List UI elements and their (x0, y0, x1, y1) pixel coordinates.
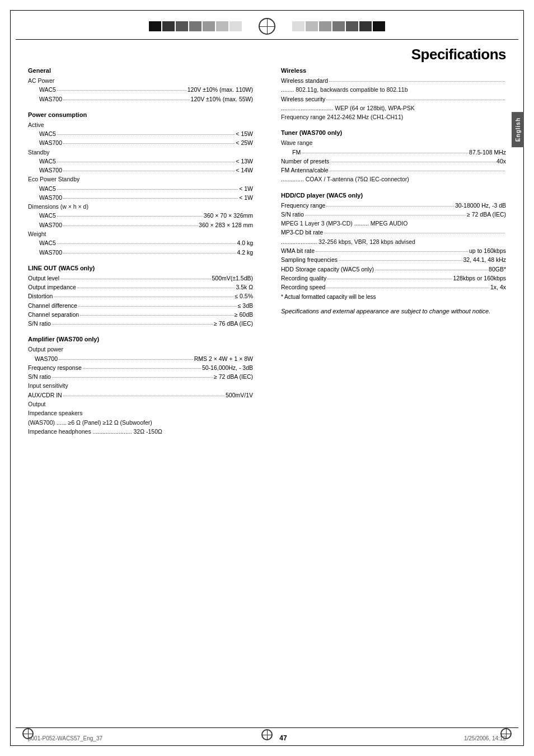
impedance-headphones-value: Impedance headphones ...................… (28, 427, 253, 436)
top-decoration (16, 16, 518, 37)
wireless-security-value: ................................ WEP (64… (281, 104, 506, 112)
spec-channel-diff: Channel difference ≤ 3dB (28, 301, 253, 310)
deco-seg (203, 21, 215, 31)
footnote: * Actual formatted capacity will be less (281, 294, 506, 300)
spec-output-impedance: Output impedance 3.5k Ω (28, 283, 253, 292)
dimensions-label: Dimensions (w × h × d) (28, 202, 253, 211)
spec-wireless-security: Wireless security (281, 95, 506, 104)
weight-label: Weight (28, 229, 253, 238)
border-top (10, 10, 524, 11)
spec-was700-dim: WAS700 360 × 283 × 128 mm (28, 220, 253, 229)
spec-was700-standby: WAS700 < 14W (28, 166, 253, 175)
deco-seg (319, 21, 331, 31)
output-label: Output (28, 400, 253, 408)
spec-sn-ratio-lineout: S/N ratio ≥ 76 dBA (IEC) (28, 319, 253, 328)
mp3-bitrate-value: ...................... 32-256 kbps, VBR,… (281, 237, 506, 246)
spec-distortion: Distortion ≤ 0.5% (28, 292, 253, 300)
section-power-title: Power consumption (28, 111, 253, 118)
italic-note: Specifications and external appearance a… (281, 307, 506, 316)
spec-sn-ratio-amp: S/N ratio ≥ 72 dBA (IEC) (28, 372, 253, 381)
content-area: General AC Power WAC5 120V ±10% (max. 11… (28, 67, 506, 722)
spec-was700-eco: WAS700 < 1W (28, 193, 253, 202)
deco-seg (306, 21, 318, 31)
section-lineout-title: LINE OUT (WAC5 only) (28, 265, 253, 271)
crosshair-icon (259, 18, 275, 35)
spec-hdd-storage: HDD Storage capacity (WAC5 only) 80GB* (281, 265, 506, 274)
deco-seg (332, 21, 345, 31)
footer-filename: p001-P052-WACS57_Eng_37 (28, 735, 102, 741)
spec-wac5-dim: WAC5 360 × 70 × 326mm (28, 211, 253, 220)
spec-wma-bitrate: WMA bit rate up to 160kbps (281, 246, 506, 255)
footer-date: 1/25/2006, 14:12 (464, 735, 506, 741)
deco-seg (176, 21, 188, 31)
left-column: General AC Power WAC5 120V ±10% (max. 11… (28, 67, 261, 722)
spec-rec-quality: Recording quality 128kbps or 160kbps (281, 274, 506, 283)
spec-was700-active: WAS700 < 25W (28, 138, 253, 147)
spec-freq-range-hdd: Frequency range 30-18000 Hz, -3 dB (281, 201, 506, 210)
border-bottom (10, 745, 524, 746)
english-tab: English (512, 112, 524, 147)
standby-label: Standby (28, 148, 253, 157)
deco-seg (229, 21, 242, 31)
top-rule (16, 39, 518, 40)
spec-wac5-power: WAC5 120V ±10% (max. 110W) (28, 85, 253, 94)
spec-aux-cdr: AUX/CDR IN 500mV/1V (28, 391, 253, 400)
deco-seg (346, 21, 358, 31)
spec-fm: FM 87.5-108 MHz (281, 148, 506, 157)
output-power-label: Output power (28, 345, 253, 354)
spec-wac5-active: WAC5 < 15W (28, 129, 253, 138)
wave-range-label: Wave range (281, 138, 506, 147)
page-number: 47 (279, 734, 287, 742)
deco-seg (216, 21, 228, 31)
deco-seg (373, 21, 385, 31)
active-label: Active (28, 120, 253, 129)
section-wireless-title: Wireless (281, 67, 506, 74)
spec-was700-rms: WAS700 RMS 2 × 4W + 1 × 8W (28, 354, 253, 363)
spec-freq-response: Frequency response 50-16,000Hz, - 3dB (28, 363, 253, 372)
spec-sn-hdd: S/N ratio ≥ 72 dBA (IEC) (281, 210, 506, 219)
impedance-speakers-label: Impedance speakers (28, 408, 253, 417)
deco-seg (149, 21, 161, 31)
deco-seg (359, 21, 372, 31)
wireless-std-value: ........ 802.11g, backwards compatible t… (281, 85, 506, 94)
fm-antenna-value: .............. COAX / T-antenna (75Ω IEC… (281, 175, 506, 184)
freq-range-value: Frequency range 2412-2462 MHz (CH1-CH11) (281, 112, 506, 121)
impedance-speakers-value: (WAS700) ...... ≥6 Ω (Panel) ≥12 Ω (Subw… (28, 418, 253, 427)
section-tuner-title: Tuner (WAS700 only) (281, 129, 506, 136)
section-hdd-title: HDD/CD player (WAC5 only) (281, 192, 506, 199)
deco-seg (292, 21, 305, 31)
ac-power-label: AC Power (28, 76, 253, 85)
section-general-title: General (28, 67, 253, 74)
spec-was700-power: WAS700 120V ±10% (max. 55W) (28, 95, 253, 104)
section-amplifier-title: Amplifier (WAS700 only) (28, 336, 253, 342)
spec-output-level: Output level 500mV(±1.5dB) (28, 274, 253, 283)
spec-wac5-eco: WAC5 < 1W (28, 184, 253, 193)
eco-standby-label: Eco Power Standby (28, 175, 253, 184)
spec-mp3-bitrate: MP3-CD bit rate (281, 228, 506, 237)
bottom-rule (16, 727, 518, 728)
mpeg-audio-row: MPEG 1 Layer 3 (MP3-CD) ......... MPEG A… (281, 219, 506, 228)
input-sensitivity-label: Input sensitivity (28, 381, 253, 390)
border-left (10, 10, 11, 746)
deco-seg (162, 21, 175, 31)
spec-sampling: Sampling frequencies 32, 44.1, 48 kHz (281, 255, 506, 264)
spec-wac5-standby: WAC5 < 13W (28, 157, 253, 166)
spec-presets: Number of presets 40x (281, 157, 506, 166)
footer: p001-P052-WACS57_Eng_37 47 1/25/2006, 14… (28, 734, 506, 742)
spec-rec-speed: Recording speed 1x, 4x (281, 283, 506, 292)
spec-wac5-weight: WAC5 4.0 kg (28, 238, 253, 247)
spec-fm-antenna: FM Antenna/cable (281, 166, 506, 175)
deco-seg (189, 21, 202, 31)
spec-was700-weight: WAS700 4.2 kg (28, 248, 253, 257)
spec-channel-sep: Channel separation ≥ 60dB (28, 310, 253, 319)
page-title: Specifications (411, 46, 506, 63)
right-column: Wireless Wireless standard ........ 802.… (278, 67, 506, 722)
spec-wireless-standard: Wireless standard (281, 76, 506, 85)
